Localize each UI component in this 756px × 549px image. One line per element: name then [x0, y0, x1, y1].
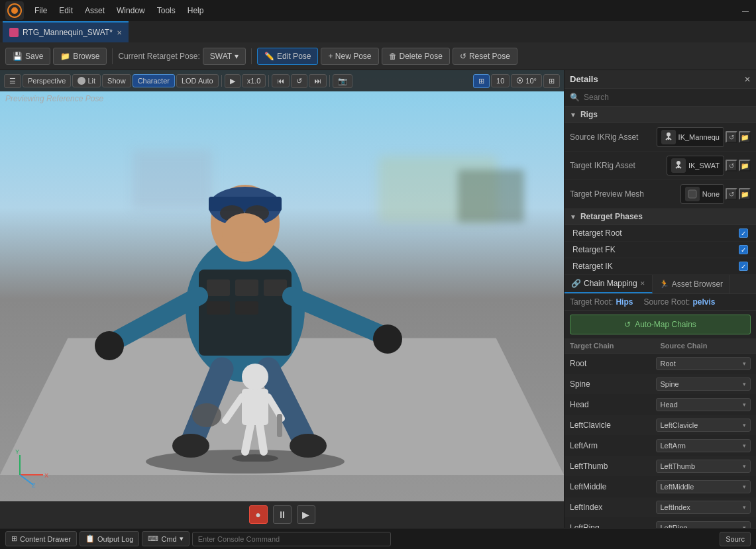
search-icon: 🔍 [570, 93, 580, 102]
content-drawer-label: Content Drawer [20, 535, 71, 543]
statusbar: ⊞ Content Drawer 📋 Output Log ⌨ Cmd ▾ So… [0, 528, 756, 549]
vp-camera-button[interactable]: 📷 [333, 74, 352, 88]
vp-hamburger-button[interactable]: ☰ [4, 74, 21, 88]
content-drawer-button[interactable]: ⊞ Content Drawer [5, 531, 77, 546]
chain-source-dropdown[interactable]: LeftArm ▾ [656, 439, 751, 452]
vp-refresh-button[interactable]: ↺ [291, 74, 307, 88]
console-input[interactable] [192, 532, 391, 546]
retarget-phases-header[interactable]: ▼ Retarget Phases [565, 209, 756, 225]
lit-label: Lit [87, 77, 95, 85]
retarget-root-checkbox[interactable] [739, 228, 748, 238]
toolbar-separator-1 [112, 48, 113, 64]
chain-mapping-label: Chain Mapping [584, 279, 637, 288]
vp-character-button[interactable]: Character [133, 74, 175, 87]
source-label: Sourc [726, 535, 745, 543]
source-ikrig-folder-button[interactable]: 📁 [739, 131, 751, 143]
viewport[interactable]: ☰ Perspective Lit Show Character LOD Aut… [0, 70, 564, 528]
menu-window[interactable]: Window [111, 3, 150, 18]
target-ikrig-actions: ↺ 📁 [726, 160, 751, 172]
vp-speed-button[interactable]: x1.0 [242, 74, 266, 87]
svg-rect-48 [688, 190, 696, 198]
chain-tab-close[interactable]: ✕ [640, 280, 645, 287]
search-bar: 🔍 [565, 89, 756, 107]
details-close[interactable]: ✕ [744, 75, 751, 84]
reset-pose-button[interactable]: ↺ Reset Pose [453, 48, 517, 65]
save-button[interactable]: 💾 Save [5, 48, 50, 65]
chain-source-dropdown[interactable]: LeftMiddle ▾ [656, 480, 751, 493]
target-preview-actions: ↺ 📁 [726, 188, 751, 200]
menu-file[interactable]: File [29, 3, 52, 18]
angle-label: 10° [525, 77, 537, 85]
tab-close[interactable]: ✕ [117, 29, 122, 36]
lod-label: LOD Auto [182, 77, 213, 85]
output-log-button[interactable]: 📋 Output Log [80, 531, 139, 546]
source-button[interactable]: Sourc [720, 532, 751, 546]
chain-target-name: Spine [570, 379, 656, 389]
menu-bar: File Edit Asset Window Tools Help [29, 3, 735, 18]
delete-pose-button[interactable]: 🗑 Delete Pose [382, 48, 450, 65]
vp-play-button[interactable]: ▶ [225, 74, 241, 88]
automap-chains-button[interactable]: ↺ Auto-Map Chains [570, 315, 751, 334]
save-label: Save [25, 52, 43, 61]
chain-source-dropdown[interactable]: Root ▾ [656, 357, 751, 370]
source-ikrig-button[interactable]: IK_Mannequ [657, 127, 724, 147]
target-ikrig-refresh-button[interactable]: ↺ [726, 160, 737, 172]
target-preview-refresh-button[interactable]: ↺ [726, 188, 737, 200]
target-ikrig-folder-button[interactable]: 📁 [739, 160, 751, 172]
search-input[interactable] [584, 93, 751, 102]
cmd-button[interactable]: ⌨ Cmd ▾ [142, 531, 189, 546]
menu-edit[interactable]: Edit [54, 3, 78, 18]
output-log-icon: 📋 [85, 534, 95, 543]
vp-perspective-button[interactable]: Perspective [23, 74, 71, 87]
menu-tools[interactable]: Tools [152, 3, 181, 18]
rigs-section-header[interactable]: ▼ Rigs [565, 107, 756, 123]
vp-angle-button[interactable]: ⦿ 10° [511, 74, 542, 87]
target-preview-button[interactable]: None [680, 184, 724, 204]
record-button[interactable]: ● [249, 505, 268, 524]
menu-asset[interactable]: Asset [80, 3, 110, 18]
tab-asset-browser[interactable]: 🏃 Asset Browser [653, 275, 730, 293]
menu-help[interactable]: Help [182, 3, 209, 18]
chain-source-dropdown[interactable]: LeftRing ▾ [656, 521, 751, 528]
chain-dropdown-arrow-icon: ▾ [743, 463, 746, 470]
retarget-ik-checkbox[interactable] [739, 262, 748, 271]
tab-icon [9, 28, 19, 37]
file-tab[interactable]: RTG_Mannequin_SWAT* ✕ [3, 21, 129, 42]
rigs-arrow-icon: ▼ [570, 111, 576, 119]
vp-grid-button[interactable]: ⊞ [473, 74, 490, 88]
retarget-fk-checkbox[interactable] [739, 245, 748, 254]
pose-dropdown[interactable]: SWAT ▾ [203, 48, 246, 65]
browse-button[interactable]: 📁 Browse [53, 48, 107, 65]
target-ikrig-button[interactable]: IK_SWAT [667, 156, 724, 175]
browse-label: Browse [73, 52, 99, 61]
source-root-label: Source Root: [643, 297, 690, 307]
play-button[interactable]: ▶ [297, 505, 315, 524]
source-ikrig-refresh-button[interactable]: ↺ [726, 131, 737, 143]
vp-lit-button[interactable]: Lit [72, 74, 101, 87]
vp-show-button[interactable]: Show [102, 74, 131, 87]
coordinate-axis: X Y Z [13, 448, 53, 488]
chain-table[interactable]: Root Root ▾ Spine Spine ▾ Head Head ▾ Le… [565, 354, 756, 528]
new-pose-button[interactable]: + New Pose [321, 48, 378, 65]
target-preview-label: Target Preview Mesh [570, 189, 680, 199]
cmd-label: Cmd [161, 535, 176, 543]
chain-dropdown-arrow-icon: ▾ [743, 360, 746, 367]
chain-source-dropdown[interactable]: LeftClavicle ▾ [656, 419, 751, 432]
target-preview-folder-button[interactable]: 📁 [739, 188, 751, 200]
cmd-icon: ⌨ [148, 534, 158, 543]
edit-pose-button[interactable]: ✏️ Edit Pose [257, 48, 318, 65]
vp-grid-size-button[interactable]: 10 [491, 74, 510, 87]
chain-target-name: Head [570, 400, 656, 409]
chain-source-dropdown[interactable]: LeftThumb ▾ [656, 460, 751, 473]
vp-next-frame-button[interactable]: ⏭ [309, 74, 327, 87]
tab-chain-mapping[interactable]: 🔗 Chain Mapping ✕ [565, 275, 653, 293]
chain-source-dropdown[interactable]: LeftIndex ▾ [656, 501, 751, 514]
pause-button[interactable]: ⏸ [273, 505, 292, 524]
chain-row: LeftIndex LeftIndex ▾ [565, 497, 756, 518]
chain-source-dropdown[interactable]: Head ▾ [656, 398, 751, 411]
chain-source-dropdown[interactable]: Spine ▾ [656, 377, 751, 391]
vp-lod-button[interactable]: LOD Auto [176, 74, 219, 87]
minimize-button[interactable]: — [740, 5, 751, 16]
vp-prev-frame-button[interactable]: ⏮ [272, 74, 290, 87]
vp-expand-button[interactable]: ⊞ [543, 74, 560, 88]
